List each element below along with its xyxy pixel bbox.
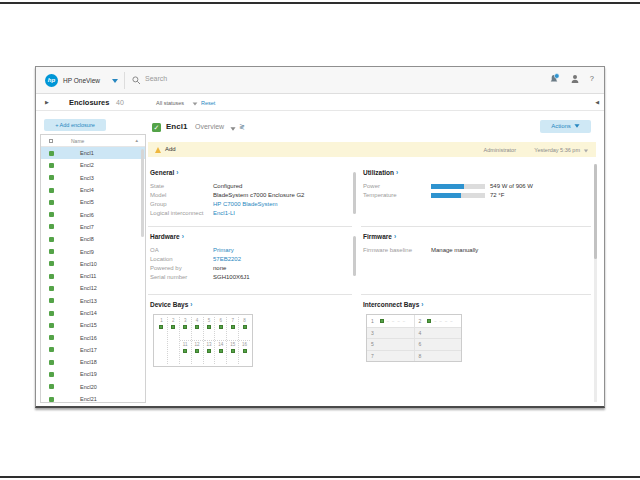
bay-number: 15 <box>230 342 235 348</box>
device-bay[interactable]: 3 <box>180 317 191 340</box>
status-ok-icon <box>49 212 54 217</box>
add-enclosure-button[interactable]: + Add enclosure <box>44 119 106 131</box>
notifications-bell-icon[interactable] <box>549 73 560 84</box>
list-item[interactable]: Encl9 <box>41 245 145 257</box>
interconnect-bay[interactable]: 2– – – – <box>414 315 462 327</box>
status-ok-icon <box>49 224 54 229</box>
list-header[interactable]: Name ▲ <box>41 135 145 147</box>
help-icon[interactable]: ? <box>590 74 594 83</box>
bay-status-ok-icon <box>219 349 223 353</box>
enclosure-list-panel: Name ▲ Encl1Encl2Encl3Encl4Encl5Encl6Enc… <box>40 134 146 403</box>
interconnect-bay: 8 <box>414 351 462 362</box>
list-item[interactable]: Encl4 <box>41 184 145 196</box>
device-bay-full[interactable]: 1 <box>156 317 167 364</box>
bay-number: 2 <box>172 318 175 324</box>
field-value-link[interactable]: Primary <box>213 246 234 255</box>
device-bay[interactable]: 14 <box>215 340 226 364</box>
list-item[interactable]: Encl11 <box>41 270 145 282</box>
hardware-heading[interactable]: Hardware› <box>150 233 352 240</box>
firmware-heading[interactable]: Firmware› <box>363 233 591 240</box>
sort-ascending-icon[interactable]: ▲ <box>135 138 139 143</box>
list-item[interactable]: Encl3 <box>41 172 145 184</box>
interconnect-bays-section: Interconnect Bays› 1– – – –2– – – –34567… <box>361 294 591 362</box>
device-bay[interactable]: 16 <box>239 340 250 364</box>
field-label: Temperature <box>363 191 431 200</box>
list-item[interactable]: Encl21 <box>41 393 145 402</box>
section-link-arrow-icon: › <box>396 169 398 176</box>
utilization-bar <box>431 193 485 198</box>
list-item[interactable]: Encl18 <box>41 356 145 368</box>
name-column-header[interactable]: Name <box>71 138 84 144</box>
field-label: Serial number <box>150 273 213 282</box>
field-value-link[interactable]: 57EB2202 <box>213 255 241 264</box>
list-item[interactable]: Encl7 <box>41 221 145 233</box>
bay-number: 8 <box>419 353 422 359</box>
collapse-panel-icon[interactable]: ◀ <box>595 99 599 105</box>
general-section: General› StateConfiguredModelBladeSystem… <box>148 164 352 226</box>
list-item[interactable]: Encl1 <box>41 147 145 159</box>
list-item[interactable]: Encl8 <box>41 233 145 245</box>
list-item[interactable]: Encl13 <box>41 295 145 307</box>
main-scrollbar-thumb[interactable] <box>594 164 597 259</box>
list-item[interactable]: Encl19 <box>41 368 145 380</box>
utilization-heading[interactable]: Utilization› <box>363 169 591 176</box>
hardware-section: Hardware› OAPrimaryLocation57EB2202Power… <box>148 226 352 294</box>
device-bay[interactable]: 7 <box>227 317 238 340</box>
banner-expand-icon[interactable] <box>584 150 588 153</box>
bay-status-ok-icon <box>171 325 175 329</box>
device-bay[interactable]: 15 <box>227 340 238 364</box>
status-ok-icon <box>49 261 54 266</box>
activity-event: Add <box>165 146 176 152</box>
list-item[interactable]: Encl2 <box>41 159 145 171</box>
field-row: GroupHP C7000 BladeSystem <box>150 200 352 209</box>
list-item[interactable]: Encl5 <box>41 196 145 208</box>
device-bay[interactable]: 8 <box>239 317 250 340</box>
expand-menu-icon[interactable]: ▶ <box>45 99 49 105</box>
field-value: Manage manually <box>431 246 478 255</box>
list-item[interactable]: Encl17 <box>41 344 145 356</box>
device-bay-full[interactable]: 2 <box>168 317 179 364</box>
list-scrollbar-thumb[interactable] <box>141 149 144 237</box>
list-item[interactable]: Encl10 <box>41 258 145 270</box>
list-item[interactable]: Encl12 <box>41 282 145 294</box>
enclosure-name: Encl18 <box>80 359 97 365</box>
bay-status-ok-icon <box>159 325 163 329</box>
search-input[interactable]: Search <box>132 73 472 88</box>
device-bay[interactable]: 6 <box>215 317 226 340</box>
screenshot-stage: hp HP OneView Search ? <box>0 0 640 480</box>
field-value-link[interactable]: Encl1-LI <box>213 209 235 218</box>
status-ok-icon <box>49 397 54 402</box>
related-views-icon[interactable]: ≷ <box>239 123 245 131</box>
brand-menu-caret-icon[interactable] <box>112 79 118 83</box>
overview-view-dropdown[interactable]: Overview <box>195 123 224 130</box>
device-bay[interactable]: 11 <box>180 340 191 364</box>
enclosure-list: Encl1Encl2Encl3Encl4Encl5Encl6Encl7Encl8… <box>41 147 145 402</box>
list-item[interactable]: Encl6 <box>41 208 145 220</box>
actions-button[interactable]: Actions <box>540 120 591 133</box>
device-bays-heading[interactable]: Device Bays› <box>150 301 352 308</box>
user-account-icon[interactable] <box>570 74 580 84</box>
bay-number: 2 <box>419 318 422 324</box>
list-item[interactable]: Encl16 <box>41 331 145 343</box>
interconnect-bays-heading[interactable]: Interconnect Bays› <box>363 301 591 308</box>
status-filter-dropdown[interactable]: All statuses <box>156 100 184 106</box>
resource-count: 40 <box>116 99 124 106</box>
list-item[interactable]: Encl15 <box>41 319 145 331</box>
device-bay[interactable]: 4 <box>192 317 203 340</box>
device-bay[interactable]: 5 <box>204 317 215 340</box>
bay-number: 5 <box>371 341 374 347</box>
interconnect-bay[interactable]: 1– – – – <box>367 315 414 327</box>
warning-icon <box>155 147 161 153</box>
list-item[interactable]: Encl20 <box>41 381 145 393</box>
device-bay[interactable]: 12 <box>192 340 203 364</box>
bay-status-ok-icon <box>427 319 431 323</box>
device-bay[interactable]: 13 <box>204 340 215 364</box>
field-value-link[interactable]: HP C7000 BladeSystem <box>213 200 278 209</box>
field-value: 72 °F <box>490 191 504 200</box>
activity-banner[interactable]: Add Administrator Yesterday 5:36 pm <box>148 142 596 157</box>
field-value: BladeSystem c7000 Enclosure G2 <box>213 191 304 200</box>
general-heading[interactable]: General› <box>150 169 352 176</box>
list-item[interactable]: Encl14 <box>41 307 145 319</box>
reset-filter-link[interactable]: Reset <box>201 100 215 106</box>
bay-number: 3 <box>184 318 187 324</box>
